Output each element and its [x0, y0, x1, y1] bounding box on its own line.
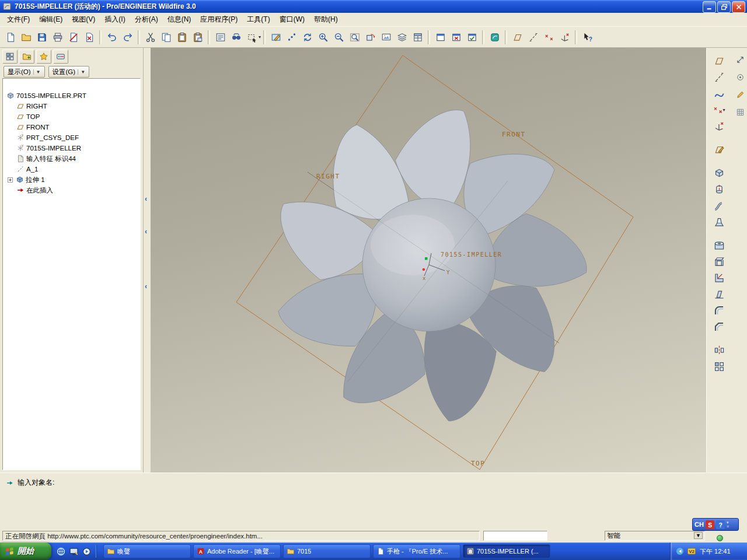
chamfer-tool[interactable] — [710, 318, 728, 335]
shell-tool[interactable] — [710, 253, 728, 270]
cut-button[interactable] — [142, 29, 158, 45]
folder-browser-tab[interactable] — [19, 50, 34, 64]
rib-tool[interactable] — [710, 270, 728, 286]
delete-old-versions-button[interactable] — [81, 29, 97, 45]
start-button[interactable]: 開始 — [0, 542, 51, 560]
connections-tab[interactable] — [53, 50, 68, 64]
datum-axis-display-button[interactable] — [525, 29, 541, 45]
graphics-area[interactable]: FRONT RIGHT TOP 7015S-IMPELLER Y x — [151, 48, 706, 473]
mirror-tool[interactable] — [710, 342, 728, 358]
model-player-button[interactable] — [212, 29, 228, 45]
sash-arrow[interactable]: ‹ — [145, 284, 147, 289]
menu-analysis[interactable]: 分析(A) — [130, 13, 163, 26]
activate-window-button[interactable] — [464, 29, 480, 45]
redo-button[interactable] — [120, 29, 135, 45]
datum-plane-tool[interactable] — [710, 52, 728, 69]
repaint-button[interactable] — [268, 29, 284, 45]
datum-plane-display-button[interactable] — [509, 29, 525, 45]
datum-curve-tool[interactable] — [710, 85, 728, 102]
tree-item-prt-csys-def[interactable]: PRT_CSYS_DEF — [3, 132, 140, 143]
taskbar-button-browser[interactable]: 手枪 - 『Pro/E 技术... — [373, 544, 460, 558]
orient-mode-button[interactable] — [299, 29, 315, 45]
refit-button[interactable] — [347, 29, 362, 45]
tree-item-insert-here[interactable]: 在此插入 — [3, 185, 140, 195]
internet-explorer-icon[interactable] — [56, 547, 66, 556]
menu-tools[interactable]: 工具(T) — [242, 13, 274, 26]
tree-item-right[interactable]: RIGHT — [3, 101, 140, 111]
language-bar-options[interactable]: ▾≡ — [727, 520, 729, 528]
target-tool[interactable] — [734, 71, 746, 83]
undo-button[interactable] — [104, 29, 120, 45]
menu-help[interactable]: 帮助(H) — [309, 13, 343, 26]
expand-icon[interactable] — [6, 176, 14, 184]
sketch-tool[interactable] — [710, 141, 728, 158]
tree-item-top[interactable]: TOP — [3, 111, 140, 122]
paste-special-button[interactable] — [190, 29, 205, 45]
ime-help-icon[interactable]: ? — [716, 520, 725, 529]
copy-button[interactable] — [158, 29, 174, 45]
close-button[interactable] — [732, 1, 745, 13]
menu-view[interactable]: 视图(V) — [67, 13, 100, 26]
tree-item-axis[interactable]: A_1 — [3, 164, 140, 174]
sash-arrow[interactable]: ‹ — [145, 196, 147, 202]
ime-icon[interactable]: S — [706, 520, 714, 529]
status-input[interactable] — [483, 531, 547, 541]
print-button[interactable] — [50, 29, 65, 45]
paste-button[interactable] — [174, 29, 190, 45]
menu-window[interactable]: 窗口(W) — [275, 13, 309, 26]
chevron-down-icon[interactable]: ▼ — [694, 532, 703, 539]
revolve-tool[interactable] — [710, 181, 728, 197]
save-button[interactable] — [34, 29, 50, 45]
new-window-button[interactable] — [432, 29, 448, 45]
zoom-in-button[interactable] — [315, 29, 331, 45]
close-window-button[interactable] — [448, 29, 464, 45]
selection-filter-button[interactable] — [244, 29, 260, 45]
hide-icons-icon[interactable] — [675, 547, 685, 556]
menu-applications[interactable]: 应用程序(P) — [196, 13, 242, 26]
taskbar-button-adobe[interactable]: AAdobe Reader - [喚聲... — [193, 544, 281, 558]
datum-csys-display-button[interactable] — [557, 29, 573, 45]
model-tree-tab[interactable] — [2, 50, 18, 64]
language-indicator[interactable]: CH — [694, 521, 704, 528]
context-help-button[interactable]: ? — [580, 29, 595, 45]
taskbar-button-proe[interactable]: 7015S-IMPELLER (... — [463, 544, 550, 558]
annotate-tool[interactable] — [734, 89, 746, 100]
tray-v2-icon[interactable]: V2 — [687, 547, 696, 556]
resize-tool[interactable] — [734, 54, 746, 65]
menu-file[interactable]: 文件(F) — [2, 13, 34, 26]
layers-button[interactable] — [394, 29, 410, 45]
settings-dropdown[interactable]: 设置(G)▼ — [48, 66, 90, 78]
show-desktop-icon[interactable] — [69, 547, 79, 556]
extrude-tool[interactable] — [710, 164, 728, 181]
reorient-button[interactable] — [362, 29, 378, 45]
sash-arrow[interactable]: ‹ — [145, 229, 147, 235]
datum-point-tool[interactable]: ▾ — [710, 102, 728, 118]
sweep-tool[interactable] — [710, 197, 728, 214]
selection-filter-combo[interactable]: 智能 ▼ — [605, 531, 705, 541]
menu-edit[interactable]: 编辑(E) — [34, 13, 67, 26]
restore-button[interactable] — [717, 1, 731, 13]
zoom-out-button[interactable] — [331, 29, 347, 45]
pattern-tool[interactable] — [710, 358, 728, 374]
hole-tool[interactable] — [710, 237, 728, 253]
spin-center-button[interactable] — [284, 29, 299, 45]
datum-axis-tool[interactable] — [710, 69, 728, 85]
taskbar-button-folder2[interactable]: 7015 — [283, 544, 371, 558]
tree-item-import-feature[interactable]: 输入特征 标识44 — [3, 153, 140, 164]
3d-model-canvas[interactable]: FRONT RIGHT TOP 7015S-IMPELLER Y x — [151, 48, 706, 473]
erase-not-displayed-button[interactable] — [65, 29, 81, 45]
favorites-tab[interactable] — [36, 50, 51, 64]
datum-csys-tool[interactable] — [710, 118, 728, 134]
tree-item-csys[interactable]: 7015S-IMPELLER — [3, 143, 140, 153]
minimize-button[interactable] — [703, 1, 716, 13]
grid-tool[interactable] — [734, 106, 746, 118]
find-button[interactable] — [228, 29, 244, 45]
datum-point-display-button[interactable] — [541, 29, 557, 45]
tree-item-front[interactable]: FRONT — [3, 122, 140, 132]
shaded-display-button[interactable] — [487, 29, 502, 45]
menu-info[interactable]: 信息(N) — [163, 13, 196, 26]
saved-views-button[interactable] — [378, 29, 394, 45]
new-file-button[interactable] — [2, 29, 18, 45]
draft-tool[interactable] — [710, 286, 728, 302]
boundary-blend-tool[interactable] — [710, 214, 728, 230]
